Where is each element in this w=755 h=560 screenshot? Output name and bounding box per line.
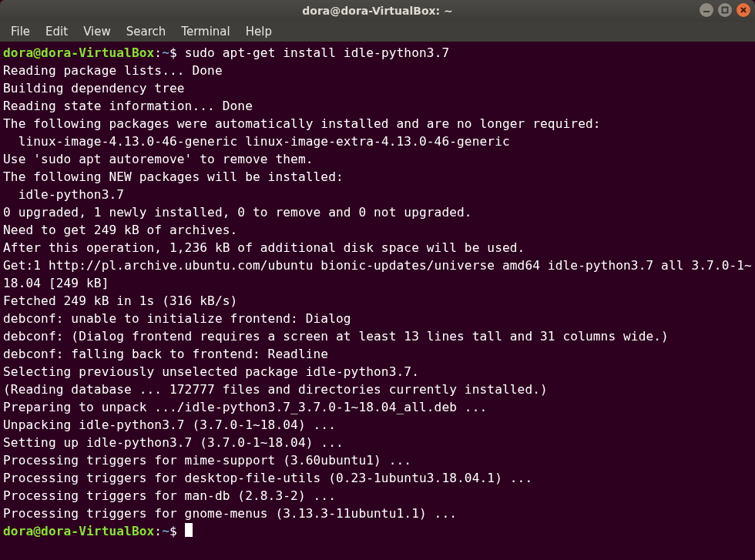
prompt-user-host: dora@dora-VirtualBox [3,45,154,60]
terminal-line: Processing triggers for desktop-file-uti… [3,469,752,487]
terminal-line: linux-image-4.13.0-46-generic linux-imag… [3,132,752,150]
menu-search[interactable]: Search [119,22,174,41]
terminal-line: Need to get 249 kB of archives. [3,221,752,239]
terminal-line: Processing triggers for gnome-menus (3.1… [3,505,752,522]
prompt-cwd: ~ [162,45,169,60]
terminal-line: Preparing to unpack .../idle-python3.7_3… [3,398,752,416]
terminal-line: Get:1 http://pl.archive.ubuntu.com/ubunt… [3,257,752,292]
menu-view[interactable]: View [76,22,119,41]
terminal-line: dora@dora-VirtualBox:~$ sudo apt-get ins… [3,44,752,62]
minimize-button[interactable] [700,3,713,17]
terminal-body[interactable]: dora@dora-VirtualBox:~$ sudo apt-get ins… [0,42,755,560]
terminal-line: dora@dora-VirtualBox:~$ [3,522,752,540]
window-controls [700,3,750,17]
terminal-line: Reading package lists... Done [3,62,752,79]
menu-help[interactable]: Help [238,22,280,41]
terminal-window: dora@dora-VirtualBox: ~ File Edit View S… [0,0,755,560]
terminal-line: debconf: unable to initialize frontend: … [3,310,752,327]
menu-edit[interactable]: Edit [38,22,76,41]
menu-terminal[interactable]: Terminal [173,22,237,41]
command-text: sudo apt-get install idle-python3.7 [185,45,450,60]
terminal-line: Building dependency tree [3,79,752,97]
prompt-cwd: ~ [162,524,169,538]
terminal-line: debconf: falling back to frontend: Readl… [3,345,752,363]
terminal-line: After this operation, 1,236 kB of additi… [3,239,752,257]
titlebar: dora@dora-VirtualBox: ~ [0,0,755,22]
terminal-line: The following NEW packages will be insta… [3,168,752,186]
prompt-dollar: $ [169,524,185,538]
terminal-line: debconf: (Dialog frontend requires a scr… [3,327,752,345]
terminal-line: Reading state information... Done [3,97,752,115]
svg-rect-1 [723,8,728,13]
terminal-line: idle-python3.7 [3,186,752,203]
terminal-line: The following packages were automaticall… [3,115,752,132]
prompt-user-host: dora@dora-VirtualBox [3,524,154,538]
close-icon [740,6,747,14]
close-button[interactable] [737,3,750,17]
menu-file[interactable]: File [3,22,38,41]
maximize-button[interactable] [718,3,732,17]
terminal-line: (Reading database ... 172777 files and d… [3,381,752,398]
terminal-line: Processing triggers for mime-support (3.… [3,451,752,469]
window-title: dora@dora-VirtualBox: ~ [0,5,755,17]
prompt-separator: : [154,524,162,538]
terminal-line: Unpacking idle-python3.7 (3.7.0-1~18.04)… [3,416,752,434]
terminal-line: Processing triggers for man-db (2.8.3-2)… [3,487,752,505]
terminal-line: Setting up idle-python3.7 (3.7.0-1~18.04… [3,434,752,451]
minimize-icon [703,6,710,14]
prompt-dollar: $ [169,45,185,60]
menubar: File Edit View Search Terminal Help [0,22,755,42]
terminal-line: Use 'sudo apt autoremove' to remove them… [3,150,752,168]
maximize-icon [721,6,729,14]
terminal-line: 0 upgraded, 1 newly installed, 0 to remo… [3,203,752,221]
terminal-line: Selecting previously unselected package … [3,363,752,381]
terminal-line: Fetched 249 kB in 1s (316 kB/s) [3,292,752,310]
prompt-separator: : [154,45,162,60]
cursor [185,523,193,537]
